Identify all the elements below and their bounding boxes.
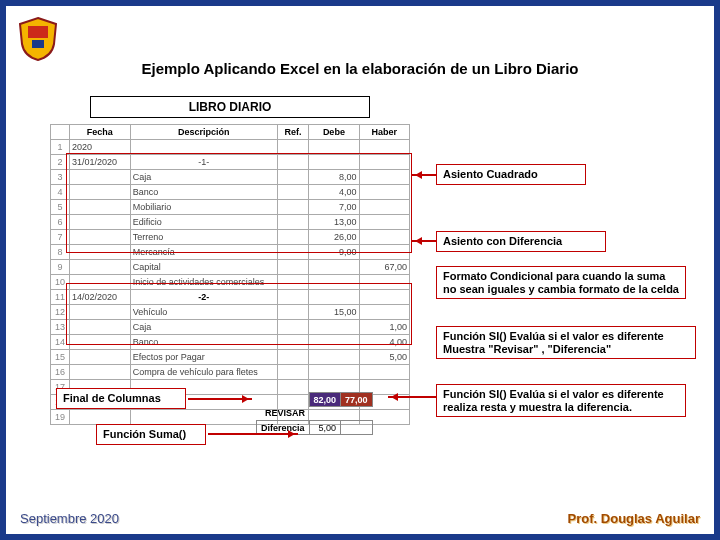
diferencia-value: 5,00 — [309, 421, 341, 435]
total-debe: 82,00 — [309, 393, 341, 407]
arrow-asiento-dif — [412, 240, 436, 242]
total-haber: 77,00 — [341, 393, 373, 407]
arrow-asiento-cuadrado — [412, 174, 436, 176]
ledger-table: Fecha Descripción Ref. Debe Haber 120202… — [50, 124, 410, 425]
rownum-header — [51, 125, 70, 140]
note-asiento-dif: Asiento con Diferencia — [436, 231, 606, 252]
table-row: 16Compra de vehículo para fletes — [51, 365, 410, 380]
spreadsheet: LIBRO DIARIO Fecha Descripción Ref. Debe… — [50, 96, 410, 425]
table-row: 4Banco4,00 — [51, 185, 410, 200]
footer-author: Prof. Douglas Aguilar — [568, 511, 700, 526]
arrow-formato-cond — [388, 396, 436, 398]
table-row: 1114/02/2020-2- — [51, 290, 410, 305]
table-row: 231/01/2020-1- — [51, 155, 410, 170]
summary-box: 82,00 77,00 REVISAR Diferencia 5,00 — [256, 392, 373, 435]
table-row: 3Caja8,00 — [51, 170, 410, 185]
table-row: 14Banco4,00 — [51, 335, 410, 350]
table-row: 9Capital67,00 — [51, 260, 410, 275]
col-haber: Haber — [359, 125, 409, 140]
svg-rect-1 — [32, 40, 44, 48]
footer-date: Septiembre 2020 — [20, 511, 119, 526]
arrow-final-cols — [188, 398, 252, 400]
note-funcion-si-revisar: Función SI() Evalúa si el valor es difer… — [436, 326, 696, 359]
note-final-columnas: Final de Columnas — [56, 388, 186, 409]
table-row: 8Mercancía9,00 — [51, 245, 410, 260]
note-funcion-suma: Función Suma() — [96, 424, 206, 445]
table-row: 6Edificio13,00 — [51, 215, 410, 230]
note-funcion-si-diferencia: Función SI() Evalúa si el valor es difer… — [436, 384, 686, 417]
note-asiento-cuadrado: Asiento Cuadrado — [436, 164, 586, 185]
page-title: Ejemplo Aplicando Excel en la elaboració… — [6, 60, 714, 77]
table-row: 7Terreno26,00 — [51, 230, 410, 245]
svg-rect-0 — [28, 26, 48, 38]
col-desc: Descripción — [130, 125, 277, 140]
table-row: 12Vehículo15,00 — [51, 305, 410, 320]
sheet-title: LIBRO DIARIO — [90, 96, 370, 118]
table-row: 12020 — [51, 140, 410, 155]
col-fecha: Fecha — [69, 125, 130, 140]
note-formato-condicional: Formato Condicional para cuando la suma … — [436, 266, 686, 299]
arrow-funcion-suma — [208, 433, 298, 435]
table-row: 10Inicio de actividades comerciales — [51, 275, 410, 290]
table-row: 13Caja1,00 — [51, 320, 410, 335]
table-row: 5Mobiliario7,00 — [51, 200, 410, 215]
col-ref: Ref. — [277, 125, 308, 140]
col-debe: Debe — [309, 125, 359, 140]
crest-logo — [14, 14, 62, 62]
table-row: 15Efectos por Pagar5,00 — [51, 350, 410, 365]
revisar-label: REVISAR — [257, 407, 310, 421]
